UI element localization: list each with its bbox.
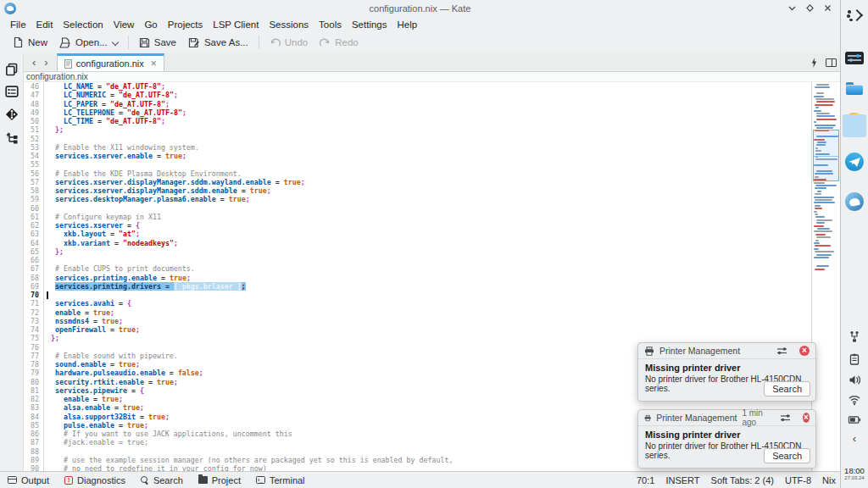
notification-close-icon[interactable]: × — [799, 346, 810, 356]
code-line[interactable]: 68 services.printing.enable = true; — [24, 274, 811, 282]
tab-close-icon[interactable]: × — [151, 58, 157, 69]
telegram-icon[interactable] — [845, 152, 864, 171]
digital-clock[interactable]: 18:00 27.03.24 — [841, 466, 868, 480]
code-line[interactable]: 54 services.xserver.enable = true; — [24, 152, 811, 160]
git-panel-button[interactable] — [4, 107, 19, 122]
code-line[interactable]: 53 # Enable the X11 windowing system. — [24, 143, 811, 152]
code-line[interactable]: 50 LC_TIME = "de_AT.UTF-8"; — [24, 117, 811, 125]
menu-item-settings[interactable]: Settings — [347, 19, 392, 30]
code-line[interactable]: 75 }; — [24, 334, 811, 342]
code-line[interactable]: 49 LC_TELEPHONE = "de_AT.UTF-8"; — [24, 108, 811, 117]
line-number: 67 — [24, 264, 44, 273]
code-line[interactable]: 62 services.xserver = { — [24, 221, 811, 230]
menu-item-file[interactable]: File — [5, 19, 31, 30]
code-line[interactable]: 47 LC_NUMERIC = "de_AT.UTF-8"; — [24, 91, 811, 99]
save-button[interactable]: Save — [133, 35, 182, 51]
notification-search-button[interactable]: Search — [764, 381, 810, 396]
notification-close-icon[interactable]: × — [803, 413, 810, 423]
filesystem-panel-button[interactable] — [5, 86, 19, 97]
pane-output-button[interactable]: Output — [0, 472, 57, 488]
code-line[interactable]: 64 xkb.variant = "nodeadkeys"; — [24, 239, 811, 247]
system-settings-icon[interactable] — [845, 52, 864, 64]
pane-terminal-button[interactable]: ›_ Terminal — [248, 472, 313, 488]
maximize-button[interactable] — [804, 3, 815, 14]
pane-search-button[interactable]: Search — [133, 472, 191, 488]
code-line[interactable]: 63 xkb.layout = "at"; — [24, 230, 811, 238]
menu-item-view[interactable]: View — [108, 19, 140, 30]
open-dropdown-icon[interactable] — [112, 40, 118, 46]
save-as-button[interactable]: Save As... — [182, 35, 254, 51]
code-line[interactable]: 59 services.desktopManager.plasma6.enabl… — [24, 195, 811, 203]
menu-item-projects[interactable]: Projects — [163, 19, 209, 30]
minimap-viewport[interactable] — [813, 130, 839, 181]
code-line[interactable]: 61 # Configure keymap in X11 — [24, 213, 811, 221]
battery-icon[interactable] — [849, 416, 861, 424]
notification-configure-icon[interactable] — [780, 413, 791, 422]
printer-icon — [644, 347, 654, 356]
code-line[interactable]: 70 — [24, 291, 811, 299]
documents-panel-button[interactable] — [5, 63, 19, 76]
symbols-panel-button[interactable] — [5, 131, 19, 144]
device-tree-icon[interactable] — [849, 330, 860, 342]
notification-configure-icon[interactable] — [776, 347, 787, 355]
code-line[interactable]: 65 }; — [24, 247, 811, 256]
dolphin-file-manager-icon[interactable] — [846, 82, 863, 95]
open-button[interactable]: Open... — [53, 35, 124, 51]
title-bar[interactable]: configuration.nix — Kate — [0, 0, 840, 17]
menu-item-go[interactable]: Go — [139, 19, 162, 30]
line-number: 84 — [24, 413, 44, 421]
menu-item-lsp-client[interactable]: LSP Client — [208, 19, 264, 30]
status-encoding[interactable]: UTF-8 — [785, 475, 811, 485]
volume-icon[interactable] — [849, 374, 860, 385]
tab-configuration-nix[interactable]: configuration.nix × — [57, 53, 164, 71]
code-text: services.xserver = { — [44, 221, 140, 230]
code-line[interactable]: 56 # Enable the KDE Plasma Desktop Envir… — [24, 169, 811, 178]
code-line[interactable]: 74 openFirewall = true; — [24, 325, 811, 334]
code-line[interactable]: 55 — [24, 160, 811, 169]
breadcrumb[interactable]: configuration.nix — [24, 72, 840, 82]
minimize-button[interactable] — [787, 3, 798, 14]
status-cursor-position[interactable]: 70:1 — [637, 475, 654, 485]
tray-expand-icon[interactable]: ‹ — [853, 432, 856, 445]
close-button[interactable] — [822, 3, 833, 14]
code-line[interactable]: 58 services.xserver.displayManager.sddm.… — [24, 186, 811, 195]
code-line[interactable]: 52 — [24, 135, 811, 143]
line-number: 88 — [24, 447, 44, 456]
code-line[interactable]: 69 services.printing.drivers = [ pkgs.br… — [24, 282, 811, 291]
code-line[interactable]: 71 services.avahi = { — [24, 299, 811, 308]
new-button[interactable]: New — [7, 34, 53, 51]
code-line[interactable]: 48 LC_PAPER = "de_AT.UTF-8"; — [24, 100, 811, 108]
code-line[interactable]: 73 nssmdns4 = true; — [24, 317, 811, 325]
undo-button[interactable]: Undo — [264, 35, 314, 50]
status-input-mode[interactable]: INSERT — [665, 475, 699, 485]
menu-item-sessions[interactable]: Sessions — [264, 19, 314, 30]
toolbar-separator — [259, 36, 259, 49]
code-line[interactable]: 67 # Enable CUPS to print documents. — [24, 264, 811, 273]
application-launcher-icon[interactable] — [847, 8, 862, 22]
history-back-icon[interactable]: ‹ — [32, 56, 36, 69]
pane-project-button[interactable]: Project — [191, 472, 248, 488]
code-line[interactable]: 46 LC_NAME = "de_AT.UTF-8"; — [24, 82, 811, 91]
split-view-icon[interactable] — [826, 58, 837, 67]
menu-item-selection[interactable]: Selection — [58, 19, 108, 30]
redo-button[interactable]: Redo — [314, 35, 364, 50]
menu-item-edit[interactable]: Edit — [31, 19, 58, 30]
notification-printer-1: Printer Management × Missing printer dri… — [637, 342, 816, 402]
wifi-icon[interactable] — [849, 395, 861, 405]
kate-task-icon[interactable] — [845, 192, 864, 211]
code-line[interactable]: 66 — [24, 256, 811, 264]
menu-item-help[interactable]: Help — [392, 19, 423, 30]
clipboard-icon[interactable] — [849, 353, 860, 365]
save-as-label: Save As... — [204, 37, 248, 47]
code-line[interactable]: 57 services.xserver.displayManager.sddm.… — [24, 178, 811, 186]
status-syntax[interactable]: Nix — [822, 475, 836, 485]
status-tab-mode[interactable]: Soft Tabs: 2 (4) — [711, 475, 774, 485]
menu-item-tools[interactable]: Tools — [314, 19, 347, 30]
code-line[interactable]: 72 enable = true; — [24, 308, 811, 317]
code-line[interactable]: 51 }; — [24, 125, 811, 134]
code-line[interactable]: 60 — [24, 204, 811, 213]
pane-diagnostics-button[interactable]: ! Diagnostics — [57, 472, 133, 488]
notification-search-button[interactable]: Search — [764, 448, 810, 463]
quick-open-icon[interactable] — [811, 58, 817, 68]
history-forward-icon[interactable]: › — [44, 56, 47, 69]
